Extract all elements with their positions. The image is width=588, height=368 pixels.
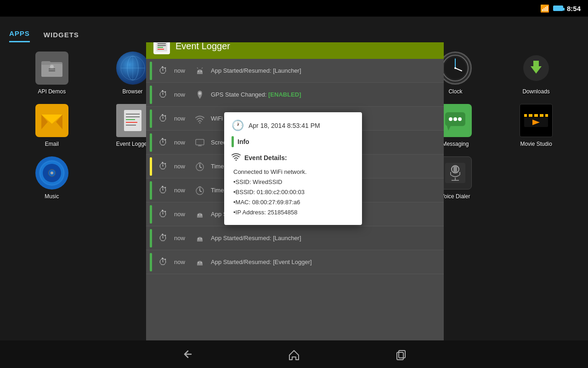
svg-rect-79: [196, 139, 204, 145]
event-time-icon: ⏱: [157, 160, 170, 173]
moviestudio-icon: [520, 104, 553, 137]
svg-point-73: [198, 70, 199, 72]
email-icon: [35, 104, 68, 137]
svg-rect-27: [126, 122, 137, 123]
svg-point-77: [198, 92, 201, 95]
popup-detail-line-2: •BSSID: 01:80:c2:00:00:03: [233, 187, 355, 197]
popup-header: 🕐 Apr 18, 2014 8:53:41 PM: [232, 120, 355, 132]
event-time-icon: ⏱: [157, 256, 170, 269]
recents-button[interactable]: [393, 347, 408, 362]
event-time: now: [174, 91, 189, 98]
svg-rect-37: [527, 114, 529, 117]
event-type-android-icon: [193, 64, 206, 77]
event-row[interactable]: ⏱ now GPS State Changed: [ENABLED]: [146, 83, 444, 107]
popup-level-indicator: [232, 136, 234, 147]
event-row[interactable]: ⏱ now App Started/Resumed: [Launcher]: [146, 226, 444, 250]
status-bar: 📶 8:54: [0, 0, 588, 17]
svg-rect-26: [126, 119, 135, 120]
voicedialer-label: Voice Dialer: [441, 193, 470, 200]
svg-rect-4: [49, 70, 55, 71]
popup-detail-line-0: Connected to WiFi network.: [233, 167, 355, 177]
svg-point-30: [449, 117, 452, 121]
event-indicator: [150, 229, 152, 247]
music-icon: [35, 156, 68, 190]
event-text: GPS State Changed: [ENABLED]: [211, 91, 440, 98]
event-row[interactable]: ⏱ now App Started/Resumed: [Launcher]: [146, 59, 444, 83]
event-time-icon: ⏱: [157, 232, 170, 245]
event-time: now: [174, 115, 189, 122]
popup-detail-line-1: •SSID: WiredSSID: [233, 177, 355, 187]
event-indicator: [150, 181, 152, 200]
browser-icon: [116, 52, 149, 85]
event-type-timer2-icon: [193, 184, 206, 197]
event-type-location-icon: [193, 88, 206, 101]
popup-details-label: Event Details:: [244, 154, 287, 161]
event-text: App Started/Resumed: [Launcher]: [211, 235, 440, 242]
app-item-downloads[interactable]: Downloads: [498, 52, 574, 95]
svg-rect-24: [126, 114, 140, 115]
event-time-icon: ⏱: [157, 136, 170, 149]
event-time: now: [174, 163, 189, 170]
svg-point-15: [454, 67, 456, 69]
eventlogger-icon: [116, 104, 149, 137]
wifi-icon: 📶: [540, 4, 549, 13]
back-button[interactable]: [180, 347, 195, 362]
event-time-icon: ⏱: [157, 112, 170, 125]
event-indicator: [150, 157, 152, 176]
event-time-icon: ⏱: [157, 88, 170, 101]
svg-point-92: [198, 238, 199, 239]
svg-rect-40: [543, 114, 545, 117]
svg-rect-69: [158, 43, 166, 44]
svg-rect-63: [453, 166, 457, 173]
svg-point-74: [201, 70, 202, 72]
event-row[interactable]: ⏱ now App Started/Resumed: [Event Logger…: [146, 250, 444, 274]
home-button[interactable]: [287, 347, 301, 362]
clock-icon: [439, 52, 472, 85]
svg-point-32: [458, 117, 462, 121]
event-text: App Started/Resumed: [Launcher]: [211, 67, 440, 74]
downloads-label: Downloads: [522, 88, 549, 95]
svg-point-5: [50, 65, 54, 69]
svg-rect-38: [532, 114, 534, 117]
popup-detail-line-4: •IP Address: 251854858: [233, 207, 355, 218]
event-detail-popup[interactable]: 🕐 Apr 18, 2014 8:53:41 PM Info Event Det…: [224, 112, 362, 225]
clock-label: Clock: [448, 88, 462, 95]
svg-line-88: [200, 191, 202, 192]
svg-point-95: [201, 262, 202, 263]
eventlogger-label: Event Logger: [116, 141, 149, 147]
api-demos-label: API Demos: [38, 88, 66, 95]
svg-rect-36: [524, 117, 548, 117]
svg-point-31: [453, 117, 457, 121]
api-demos-icon: [35, 52, 68, 85]
svg-point-93: [201, 238, 202, 239]
battery-icon: [553, 6, 563, 11]
popup-detail-line-3: •MAC: 08:00:27:69:87:a6: [233, 197, 355, 207]
event-time-icon: ⏱: [157, 64, 170, 77]
svg-rect-98: [399, 351, 405, 358]
svg-point-78: [199, 122, 201, 123]
moviestudio-label: Movie Studio: [520, 141, 552, 147]
event-indicator: [150, 133, 152, 152]
svg-rect-25: [126, 116, 140, 117]
popup-details-header: Event Details:: [232, 152, 355, 163]
svg-rect-39: [538, 114, 540, 117]
event-type-android4-icon: [193, 256, 206, 269]
svg-point-90: [198, 214, 199, 215]
app-item-email[interactable]: Email: [14, 104, 90, 147]
svg-line-75: [197, 68, 198, 69]
svg-rect-28: [126, 125, 136, 126]
event-time: now: [174, 235, 189, 242]
music-label: Music: [45, 193, 59, 200]
svg-rect-23: [124, 110, 141, 131]
app-item-api-demos[interactable]: API Demos: [14, 52, 90, 95]
svg-rect-2: [41, 61, 51, 65]
popup-details-content: Connected to WiFi network. •SSID: WiredS…: [232, 167, 355, 218]
event-time: now: [174, 211, 189, 218]
event-indicator: [150, 253, 152, 271]
app-item-moviestudio[interactable]: Movie Studio: [498, 104, 574, 147]
tab-apps[interactable]: APPS: [9, 29, 30, 42]
tab-widgets[interactable]: WIDGETS: [44, 31, 79, 42]
app-item-music[interactable]: Music: [14, 156, 90, 200]
event-type-screen-icon: [193, 136, 206, 149]
svg-point-96: [236, 160, 237, 161]
